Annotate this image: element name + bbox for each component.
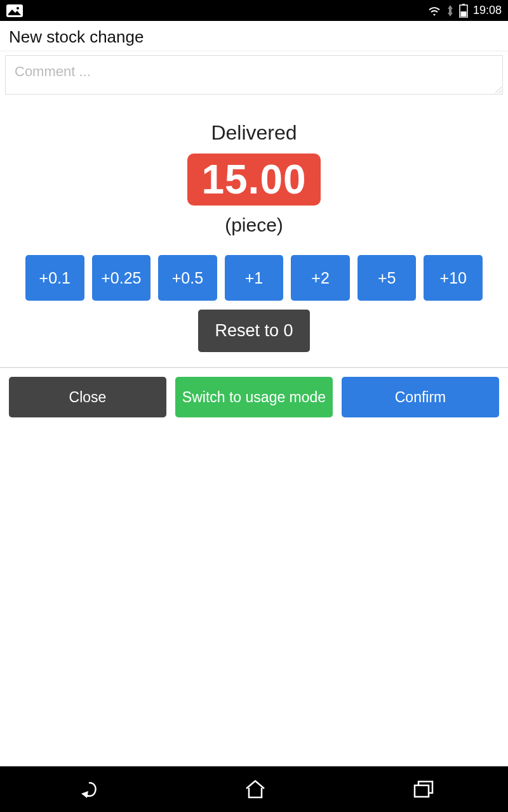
data-icon <box>446 5 454 16</box>
recent-apps-icon <box>412 779 435 799</box>
picture-icon <box>6 4 23 17</box>
battery-icon <box>459 4 468 18</box>
increment-row: +0.1 +0.25 +0.5 +1 +2 +5 +10 <box>0 255 508 301</box>
back-button[interactable] <box>54 773 117 806</box>
page-title: New stock change <box>0 21 508 51</box>
svg-line-5 <box>495 87 502 93</box>
delivered-unit: (piece) <box>0 214 508 236</box>
wifi-icon <box>427 5 441 16</box>
increment-button[interactable]: +0.5 <box>158 255 217 301</box>
recent-apps-button[interactable] <box>393 773 454 806</box>
back-icon <box>73 779 98 799</box>
home-button[interactable] <box>225 773 286 806</box>
status-time: 19:08 <box>473 4 502 17</box>
svg-line-7 <box>501 93 502 93</box>
increment-button[interactable]: +0.1 <box>25 255 84 301</box>
switch-mode-button[interactable]: Switch to usage mode <box>175 377 333 417</box>
svg-point-1 <box>17 7 19 10</box>
increment-button[interactable]: +2 <box>291 255 350 301</box>
navigation-bar <box>0 766 508 812</box>
increment-button[interactable]: +5 <box>358 255 417 301</box>
svg-rect-9 <box>415 785 429 797</box>
delivered-block: Delivered 15.00 (piece) <box>0 121 508 236</box>
home-icon <box>244 779 267 799</box>
increment-button[interactable]: +1 <box>225 255 284 301</box>
increment-button[interactable]: +10 <box>424 255 483 301</box>
status-bar: 19:08 <box>0 0 508 21</box>
delivered-label: Delivered <box>0 121 508 145</box>
action-row: Close Switch to usage mode Confirm <box>0 368 508 426</box>
close-button[interactable]: Close <box>9 377 166 417</box>
comment-input[interactable] <box>6 56 502 91</box>
resize-grip-icon <box>493 85 502 94</box>
increment-button[interactable]: +0.25 <box>92 255 151 301</box>
comment-field-container <box>5 55 503 95</box>
delivered-value[interactable]: 15.00 <box>187 154 320 206</box>
svg-rect-4 <box>460 11 466 17</box>
confirm-button[interactable]: Confirm <box>342 377 499 417</box>
reset-button[interactable]: Reset to 0 <box>198 310 309 352</box>
